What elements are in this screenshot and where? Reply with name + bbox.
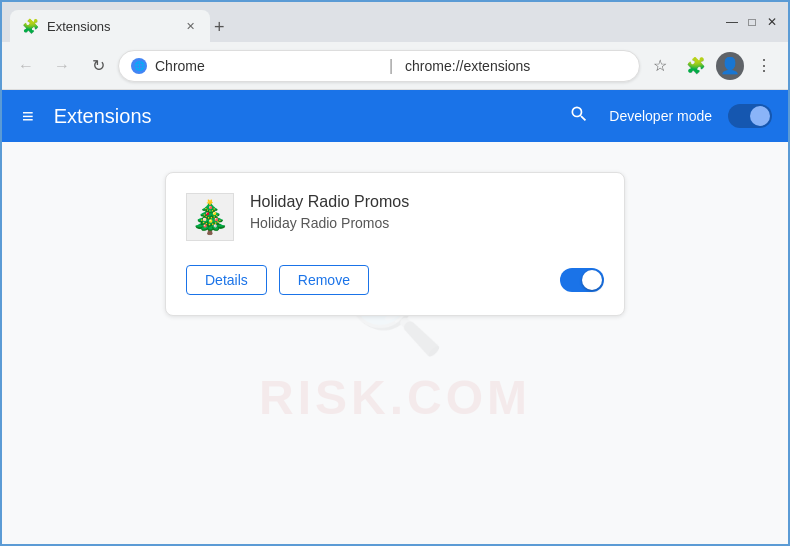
toolbar: ← → ↻ 🌐 Chrome | chrome://extensions ☆ 🧩… — [2, 42, 788, 90]
extension-logo-icon: 🎄 — [190, 198, 230, 236]
extension-info: Holiday Radio Promos Holiday Radio Promo… — [250, 193, 409, 231]
forward-button[interactable]: → — [46, 50, 78, 82]
extension-icon-button[interactable]: 🧩 — [680, 50, 712, 82]
search-button[interactable] — [565, 100, 593, 133]
refresh-button[interactable]: ↻ — [82, 50, 114, 82]
developer-mode-toggle-knob — [750, 106, 770, 126]
tab-title: Extensions — [47, 19, 174, 34]
titlebar: 🧩 Extensions ✕ + — □ ✕ — [2, 2, 788, 42]
close-button[interactable]: ✕ — [764, 14, 780, 30]
tab-area: 🧩 Extensions ✕ + — [10, 2, 716, 42]
sidebar-toggle-button[interactable]: ≡ — [18, 101, 38, 132]
extension-enable-toggle[interactable] — [560, 268, 604, 292]
new-tab-button[interactable]: + — [210, 13, 229, 42]
address-url: chrome://extensions — [405, 58, 627, 74]
watermark-text: RISK.COM — [259, 370, 531, 425]
page-title: Extensions — [54, 105, 550, 128]
extension-card-top: 🎄 Holiday Radio Promos Holiday Radio Pro… — [186, 193, 604, 241]
extension-toggle-area — [560, 268, 604, 292]
extension-logo: 🎄 — [186, 193, 234, 241]
extensions-header: ≡ Extensions Developer mode — [2, 90, 788, 142]
maximize-button[interactable]: □ — [744, 14, 760, 30]
developer-mode-label: Developer mode — [609, 108, 712, 124]
active-tab[interactable]: 🧩 Extensions ✕ — [10, 10, 210, 42]
extension-card-bottom: Details Remove — [186, 265, 604, 295]
extension-description: Holiday Radio Promos — [250, 215, 409, 231]
bookmark-button[interactable]: ☆ — [644, 50, 676, 82]
details-button[interactable]: Details — [186, 265, 267, 295]
tab-close-button[interactable]: ✕ — [182, 18, 198, 34]
toolbar-icons: ☆ 🧩 👤 ⋮ — [644, 50, 780, 82]
address-separator: | — [389, 57, 393, 75]
address-bar[interactable]: 🌐 Chrome | chrome://extensions — [118, 50, 640, 82]
back-button[interactable]: ← — [10, 50, 42, 82]
extension-card: 🎄 Holiday Radio Promos Holiday Radio Pro… — [165, 172, 625, 316]
remove-button[interactable]: Remove — [279, 265, 369, 295]
developer-mode-toggle[interactable] — [728, 104, 772, 128]
address-site-name: Chrome — [155, 58, 377, 74]
account-icon: 👤 — [720, 56, 740, 75]
window-controls: — □ ✕ — [724, 14, 780, 30]
browser-menu-button[interactable]: ⋮ — [748, 50, 780, 82]
extension-toggle-knob — [582, 270, 602, 290]
extension-name: Holiday Radio Promos — [250, 193, 409, 211]
tab-favicon: 🧩 — [22, 18, 39, 34]
extensions-content: 🔍 RISK.COM 🎄 Holiday Radio Promos Holida… — [2, 142, 788, 546]
account-button[interactable]: 👤 — [716, 52, 744, 80]
search-icon — [569, 104, 589, 124]
minimize-button[interactable]: — — [724, 14, 740, 30]
site-icon: 🌐 — [131, 58, 147, 74]
